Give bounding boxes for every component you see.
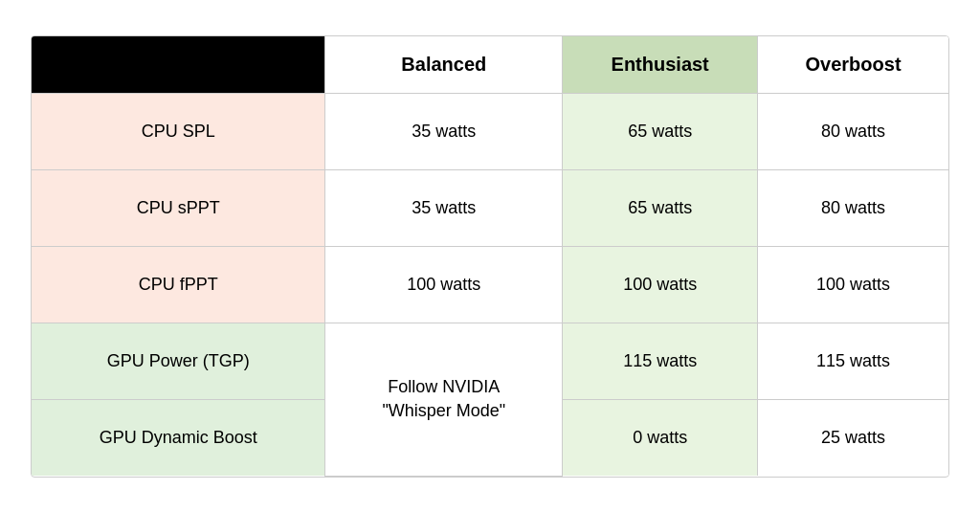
header-row: Balanced Enthusiast Overboost [32,36,948,94]
row-label-gpu-boost: GPU Dynamic Boost [32,399,325,476]
row-enthusiast-cpu-fppt: 100 watts [563,246,758,323]
row-overboost-cpu-fppt: 100 watts [758,246,948,323]
row-label-cpu-sppt: CPU sPPT [32,169,325,246]
header-col-balanced: Balanced [325,36,563,94]
row-enthusiast-cpu-sppt: 65 watts [563,169,758,246]
row-label-gpu-power: GPU Power (TGP) [32,323,325,399]
table-row-cpu-fppt: CPU fPPT100 watts100 watts100 watts [32,246,948,323]
header-col-label [32,36,325,94]
row-enthusiast-gpu-power: 115 watts [563,323,758,399]
row-overboost-gpu-boost: 25 watts [758,399,948,476]
table-row-cpu-spl: CPU SPL35 watts65 watts80 watts [32,93,948,169]
row-balanced-cpu-sppt: 35 watts [325,169,563,246]
header-col-overboost: Overboost [758,36,948,94]
row-balanced-gpu-merged: Follow NVIDIA"Whisper Mode" [325,323,563,476]
header-col-enthusiast: Enthusiast [563,36,758,94]
row-enthusiast-cpu-spl: 65 watts [563,93,758,169]
row-label-cpu-fppt: CPU fPPT [32,246,325,323]
row-balanced-cpu-fppt: 100 watts [325,246,563,323]
comparison-table: Balanced Enthusiast Overboost CPU SPL35 … [31,35,949,478]
table-row-gpu-power: GPU Power (TGP)Follow NVIDIA"Whisper Mod… [32,323,948,399]
row-overboost-gpu-power: 115 watts [758,323,948,399]
row-balanced-cpu-spl: 35 watts [325,93,563,169]
row-overboost-cpu-spl: 80 watts [758,93,948,169]
table-row-cpu-sppt: CPU sPPT35 watts65 watts80 watts [32,169,948,246]
row-overboost-cpu-sppt: 80 watts [758,169,948,246]
row-enthusiast-gpu-boost: 0 watts [563,399,758,476]
row-label-cpu-spl: CPU SPL [32,93,325,169]
